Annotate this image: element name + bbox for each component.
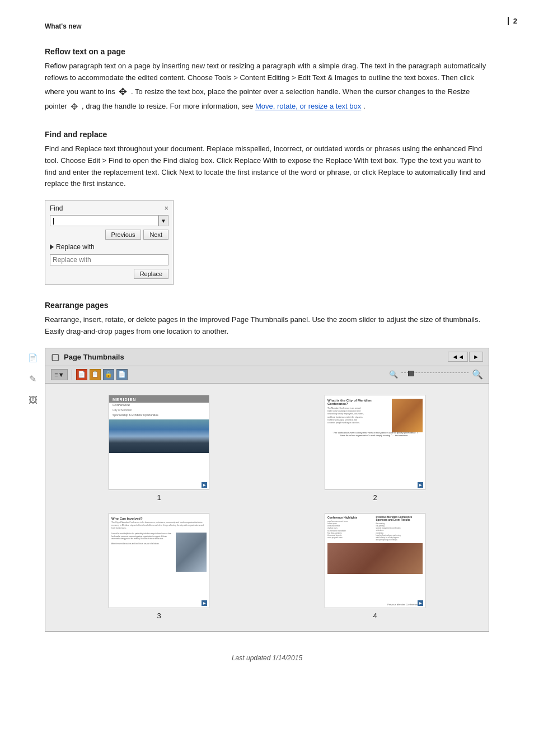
section-rearrange-body: Rearrange, insert, rotate, or delete pag… [45,314,489,338]
sidebar-edit-icon[interactable]: ✎ [29,374,36,384]
thumb-1-sub: Conference [109,403,209,407]
zoom-out-icon[interactable]: 🔍 [389,370,398,379]
find-dialog: Find × ▼ Previous Next Replace with Repl… [45,200,174,285]
panel-nav-left[interactable]: ◄◄ [448,352,468,362]
panel-sidebar: 📄 ✎ 🖼 [28,353,38,405]
page-container: 2 What's new Reflow text on a page Reflo… [0,0,534,696]
thumbnail-1[interactable]: MERIDIEN Conference City of Meridien Spo… [109,395,209,490]
thumb-1-city: City of Meridien [109,407,209,413]
thumb-3-corner-icon: ▶ [202,600,207,606]
thumb-4-col1-title: Conference Highlights [327,516,374,519]
thumb-2-text: The Meridian Conference is an annualtrad… [327,407,390,425]
section-find: Find and replace Find and Replace text t… [45,130,489,285]
thumbnails-area: MERIDIEN Conference City of Meridien Spo… [45,384,489,631]
toolbar-copy-icon[interactable]: 📋 [90,369,101,380]
thumb-3-text: The City of Meridien Conference is for b… [109,521,209,531]
replace-input-row [50,254,168,265]
thumb-2-side-image [392,399,423,432]
panel-nav-btns: ◄◄ ► [448,352,483,362]
toolbar-separator-1 [72,370,72,380]
find-previous-button[interactable]: Previous [105,230,142,240]
thumbnail-3[interactable]: Who Can Involved? The City of Meridien C… [109,513,209,608]
thumb-1-corner-icon: ▶ [202,482,207,488]
section-find-body: Find and Replace text throughout your do… [45,143,489,190]
find-btn-row: Previous Next [50,230,168,240]
toolbar-insert-icon[interactable]: 📄 [76,369,87,380]
sidebar-image-icon[interactable]: 🖼 [29,395,38,405]
find-next-button[interactable]: Next [143,230,168,240]
thumb-4-corner-icon: ▶ [418,600,423,606]
footer-last-updated: Last updated 1/14/2015 [45,654,489,662]
section-find-title: Find and replace [45,130,489,139]
thumb-1-number: 1 [157,493,161,502]
thumb-3-image [176,533,207,572]
thumb-2-corner-icon: ▶ [418,482,423,488]
find-close-button[interactable]: × [164,204,168,212]
thumbnail-cell-4[interactable]: Conference Highlights panel announcement… [267,507,483,626]
thumb-4-number: 4 [373,612,377,620]
thumb-3-title: Who Can Involved? [109,514,209,521]
cursor-icon: ✥ [119,84,127,100]
thumb-3-number: 3 [157,612,161,620]
city-silhouette [109,436,209,453]
replace-triangle-icon [50,244,54,250]
find-label: Find [50,204,63,212]
thumb-4-col1: Conference Highlights panel announcement… [327,516,374,542]
sidebar-page-icon[interactable]: 📄 [28,353,38,362]
replace-input[interactable] [50,254,168,265]
reflow-text-3: , drag the handle to resize. For more in… [82,102,255,111]
zoom-in-icon[interactable]: 🔍 [472,369,483,380]
toolbar-menu-icon[interactable]: ≡▼ [51,369,68,380]
thumb-4-col1-text: panel announcement itemsonline topicswor… [327,520,374,539]
thumb-4-cols: Conference Highlights panel announcement… [325,514,425,544]
thumb-1-sponsor: Sponsorship & Exhibitor Oportunities [109,413,209,417]
replace-toggle-label: Replace with [56,243,95,251]
toolbar-page-icon[interactable]: 📄 [116,369,128,380]
thumb-4-image [327,543,423,574]
panel-header: ▢ Page Thumbnails ◄◄ ► [45,348,489,366]
thumb-2-content: What is the City of MeridienConference? … [325,395,425,427]
section-rearrange: Rearrange pages Rearrange, insert, rotat… [45,301,489,632]
replace-btn-row: Replace [50,269,168,279]
thumbnail-cell-3[interactable]: Who Can Involved? The City of Meridien C… [51,507,267,626]
thumb-1-city-image [109,419,209,453]
toolbar-left: ≡▼ 📄 📋 🔒 📄 [51,369,128,380]
page-number: 2 [508,17,517,25]
thumbnail-cell-1[interactable]: MERIDIEN Conference City of Meridien Spo… [51,389,267,507]
toolbar-right: 🔍 🔍 [389,369,483,380]
thumbnail-cell-2[interactable]: What is the City of MeridienConference? … [267,389,483,507]
thumb-4-col2: Previous Meridien Conference Sponsors an… [376,516,423,542]
zoom-slider-container [401,372,469,377]
thumb-4-col2-title: Previous Meridien Conference Sponsors an… [376,516,423,521]
section-reflow-title: Reflow text on a page [45,47,489,56]
toolbar-lock-icon[interactable]: 🔒 [103,369,114,380]
reflow-text-4: . [363,102,366,111]
replace-button[interactable]: Replace [134,269,168,279]
panel-header-left: ▢ Page Thumbnails [51,352,124,362]
thumbnail-2[interactable]: What is the City of MeridienConference? … [325,395,425,490]
panel-title: Page Thumbnails [64,353,124,361]
whats-new-label: What's new [45,22,489,30]
panel-nav-right[interactable]: ► [469,352,483,362]
find-dropdown-arrow[interactable]: ▼ [158,215,168,226]
section-rearrange-title: Rearrange pages [45,301,489,310]
panel-header-icon: ▢ [51,352,59,362]
resize-pointer-icon: ✥ [71,100,78,114]
reflow-link[interactable]: Move, rotate, or resize a text box [255,102,361,111]
find-input[interactable] [50,215,158,226]
zoom-slider-thumb[interactable] [408,371,414,376]
thumbnails-panel: ▢ Page Thumbnails ◄◄ ► ≡▼ 📄 📋 [45,348,489,632]
replace-toggle[interactable]: Replace with [50,243,168,251]
section-reflow: Reflow text on a page Reflow paragraph t… [45,47,489,114]
section-reflow-body: Reflow paragraph text on a page by inser… [45,60,489,114]
thumb-1-header: MERIDIEN [109,395,209,403]
panel-toolbar: ≡▼ 📄 📋 🔒 📄 🔍 🔍 [45,366,489,384]
thumbnail-4[interactable]: Conference Highlights panel announcement… [325,513,425,608]
thumb-4-col2-text: the meetingcity parkingspecial engagemen… [376,522,423,542]
zoom-slider[interactable] [401,372,469,377]
find-input-row: ▼ [50,215,168,226]
thumb-2-number: 2 [373,493,377,502]
find-dialog-header: Find × [50,204,168,212]
thumbnails-panel-outer: 📄 ✎ 🖼 ▢ Page Thumbnails ◄◄ ► [45,348,489,632]
